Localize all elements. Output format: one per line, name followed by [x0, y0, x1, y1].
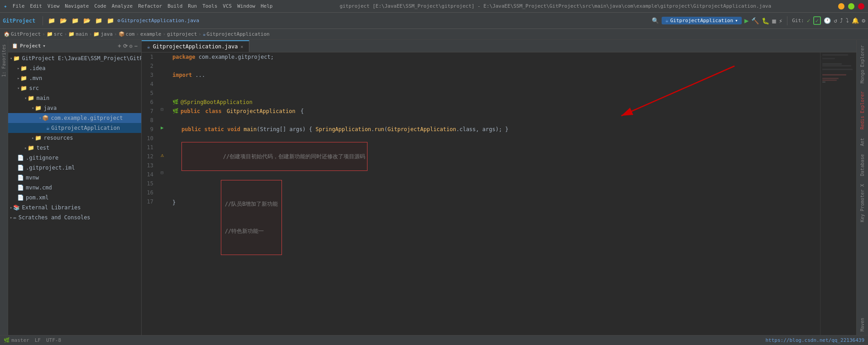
- run-config-label: GitprojectApplication: [670, 18, 733, 24]
- menu-analyze[interactable]: Analyze: [112, 3, 133, 9]
- run-config-selector[interactable]: ☕ GitprojectApplication ▾: [662, 17, 741, 24]
- git-check-button[interactable]: ✓: [813, 16, 821, 25]
- idea-label: .idea: [29, 65, 45, 71]
- menu-help[interactable]: Help: [261, 3, 273, 9]
- menu-run[interactable]: Run: [188, 3, 197, 9]
- mvnw-label: mvnw: [26, 175, 39, 181]
- tree-item-idea[interactable]: ▸ 📁 .idea: [8, 63, 141, 73]
- gitproject-label: GitProject E:\JavaEE\SSM_Project\GitPro: [22, 55, 141, 61]
- fold-icon-14[interactable]: ⊟: [161, 170, 163, 175]
- fold-icon-7[interactable]: ⊟: [161, 107, 163, 112]
- settings-icon[interactable]: ⚙: [862, 17, 865, 24]
- line-num-7: 7: [142, 107, 156, 116]
- menu-code[interactable]: Code: [94, 3, 106, 9]
- hide-icon[interactable]: −: [134, 43, 138, 49]
- folder6-icon[interactable]: 📁: [105, 16, 115, 26]
- debug-button[interactable]: 🐛: [762, 17, 769, 24]
- menu-view[interactable]: View: [48, 3, 60, 9]
- tree-item-mvnw-cmd[interactable]: 📄 mvnw.cmd: [8, 183, 141, 193]
- git-pull-icon[interactable]: ⤵: [846, 17, 849, 24]
- tree-item-java[interactable]: ▾ 📁 java: [8, 103, 141, 113]
- breadcrumb-java[interactable]: 📁 java: [93, 31, 113, 37]
- breadcrumb-gitproject2[interactable]: gitproject: [167, 31, 197, 37]
- close-button[interactable]: [858, 3, 864, 9]
- search-icon[interactable]: 🔍: [652, 17, 659, 24]
- minimize-button[interactable]: [838, 3, 844, 9]
- main-folder-icon: 📁: [28, 95, 34, 101]
- ant-tab[interactable]: Ant: [858, 134, 867, 150]
- tree-item-main-class[interactable]: ☕ GitprojectApplication: [8, 123, 141, 133]
- database-tab[interactable]: Database: [858, 151, 867, 180]
- breadcrumb-example[interactable]: example: [140, 31, 161, 37]
- code-line-17: [172, 207, 820, 216]
- dropdown-icon[interactable]: ▾: [43, 43, 46, 49]
- run-gutter-icon[interactable]: ▶: [161, 125, 164, 131]
- folder4-icon[interactable]: 📂: [82, 16, 92, 26]
- breadcrumb-main[interactable]: 📁 main: [68, 31, 88, 37]
- tree-item-pom[interactable]: 📄 pom.xml: [8, 193, 141, 203]
- profile-button[interactable]: ⚡: [779, 17, 782, 24]
- coverage-button[interactable]: ▦: [772, 17, 776, 24]
- maximize-button[interactable]: [848, 3, 854, 9]
- project-tree: ▾ 📁 GitProject E:\JavaEE\SSM_Project\Git…: [8, 52, 141, 335]
- menu-refactor[interactable]: Refactor: [138, 3, 162, 9]
- breadcrumb-com[interactable]: 📦 com: [119, 31, 135, 37]
- menu-build[interactable]: Build: [167, 3, 182, 9]
- tree-item-mvnw[interactable]: 📄 mvnw: [8, 173, 141, 183]
- tree-item-ext-libs[interactable]: ▸ 📚 External Libraries: [8, 203, 141, 213]
- expand-arrow-java: ▾: [32, 106, 34, 110]
- git-commit-icon[interactable]: ✓: [807, 17, 811, 24]
- gear-icon[interactable]: ⚙: [129, 43, 133, 49]
- menu-navigate[interactable]: Navigate: [65, 3, 89, 9]
- line-num-5: 5: [142, 89, 156, 98]
- folder3-icon[interactable]: 📁: [70, 16, 80, 26]
- build-button[interactable]: 🔨: [751, 17, 759, 24]
- tree-item-iml[interactable]: 📄 .gitproject.iml: [8, 163, 141, 173]
- code-line-4: [172, 80, 820, 89]
- tree-item-gitproject[interactable]: ▾ 📁 GitProject E:\JavaEE\SSM_Project\Git…: [8, 53, 141, 63]
- menu-edit[interactable]: Edit: [30, 3, 42, 9]
- mongo-explorer-tab[interactable]: Mongo Explorer: [858, 42, 867, 87]
- git-rollback-icon[interactable]: ↺: [834, 17, 837, 24]
- conflict-line-15: //特色新功能一: [225, 227, 278, 236]
- tree-item-mvn[interactable]: ▸ 📁 .mvn: [8, 73, 141, 83]
- folder-icon[interactable]: 📁: [47, 16, 57, 26]
- run-toolbar-right: 🔍 ☕ GitprojectApplication ▾ ▶ 🔨 🐛 ▦ ⚡ Gi…: [652, 16, 865, 25]
- menu-window[interactable]: Window: [237, 3, 255, 9]
- menu-tools[interactable]: Tools: [202, 3, 217, 9]
- add-icon[interactable]: +: [118, 43, 121, 49]
- redis-explorer-tab[interactable]: Redis Explorer: [858, 88, 867, 133]
- maven-tab[interactable]: Maven: [858, 314, 867, 335]
- tree-item-resources[interactable]: ▸ 📁 resources: [8, 133, 141, 143]
- key-promoter-tab[interactable]: Key Promoter X: [858, 180, 867, 226]
- tree-item-src[interactable]: ▾ 📁 src: [8, 83, 141, 93]
- tree-item-main[interactable]: ▾ 📁 main: [8, 93, 141, 103]
- status-url[interactable]: https://blog.csdn.net/qq_22136439: [765, 337, 864, 343]
- main-folder-icon: 📁: [68, 31, 75, 37]
- git-push-icon[interactable]: ⤴: [840, 17, 843, 24]
- tree-item-package[interactable]: ▾ 📦 com.example.gitproject: [8, 113, 141, 123]
- folder2-icon[interactable]: 📂: [58, 16, 68, 26]
- folder5-icon[interactable]: 📁: [94, 16, 104, 26]
- menu-vcs[interactable]: VCS: [223, 3, 232, 9]
- tab-gitprojectapplication[interactable]: ☕ GitprojectApplication.java ×: [142, 40, 249, 52]
- tree-item-gitignore[interactable]: 📄 .gitignore: [8, 153, 141, 163]
- run-button[interactable]: ▶: [744, 16, 749, 25]
- tree-item-scratches[interactable]: ▸ ✏️ Scratches and Consoles: [8, 213, 141, 222]
- separator-1: [43, 16, 43, 25]
- breadcrumb-class[interactable]: ☕ GitprojectApplication: [203, 31, 270, 37]
- sync-icon[interactable]: ⟳: [123, 43, 128, 49]
- breadcrumb-gitproject[interactable]: 🏠 GitProject: [4, 31, 41, 37]
- notifications-icon[interactable]: 🔔: [852, 17, 859, 24]
- tree-item-test[interactable]: ▸ 📁 test: [8, 143, 141, 153]
- breadcrumb-src[interactable]: 📁 src: [47, 31, 63, 37]
- test-label: test: [36, 145, 49, 151]
- extlibs-label: External Libraries: [22, 204, 81, 211]
- git-history-icon[interactable]: 🕐: [824, 17, 831, 24]
- editor-content[interactable]: 1 2 3 4 5 6 7 8 9 10 11 12 13 14 15 16 1…: [142, 52, 856, 335]
- favorites-tab[interactable]: 1: Favorites: [0, 42, 7, 80]
- tab-close-button[interactable]: ×: [240, 44, 243, 49]
- line-num-6: 6: [142, 98, 156, 107]
- code-area[interactable]: package com.example.gitproject; import .…: [169, 52, 820, 335]
- menu-file[interactable]: File: [13, 3, 25, 9]
